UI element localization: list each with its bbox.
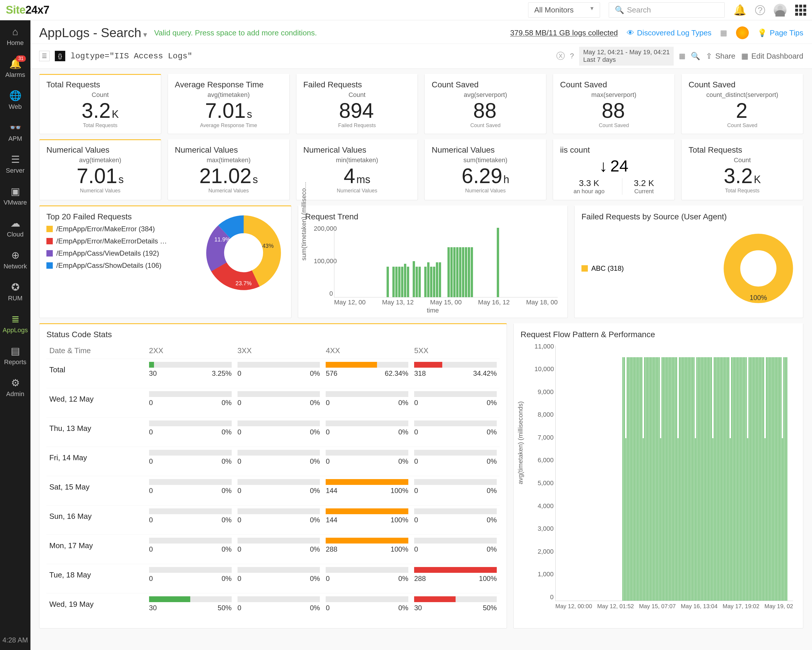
grid-icon[interactable]: ▦	[720, 28, 727, 37]
apps-icon[interactable]	[795, 5, 806, 16]
panel-title: Request Flow Pattern & Performance	[520, 330, 796, 339]
sidebar-item-apm[interactable]: 👓APM	[0, 116, 31, 148]
metric-card[interactable]: Total Requests Count 3.2K Total Requests	[681, 139, 803, 200]
sidebar-item-admin[interactable]: ⚙Admin	[0, 371, 31, 403]
querybar: ☰ {} logtype="IIS Access Logs" ⓧ ? May 1…	[31, 44, 812, 69]
sidebar-item-network[interactable]: ⊕Network	[0, 243, 31, 275]
panel-title: Failed Requests by Source (User Agent)	[582, 212, 796, 222]
bulb-icon: 💡	[757, 28, 767, 37]
legend-swatch	[582, 265, 588, 272]
sidebar-item-vmware[interactable]: ▣VMware	[0, 180, 31, 211]
monitors-dropdown[interactable]: All Monitors	[528, 2, 600, 18]
clear-icon[interactable]: ⓧ	[556, 50, 565, 62]
panel-title: Status Code Stats	[46, 330, 500, 339]
badge: 31	[16, 55, 26, 62]
rum-icon: ✪	[11, 281, 20, 293]
storage-info[interactable]: 379.58 MB/11 GB logs collected	[510, 28, 618, 37]
reports-icon: ▤	[11, 345, 20, 356]
failed-requests-panel: Top 20 Failed Requests /EmpApp/Error/Mak…	[39, 205, 292, 318]
table-row: Thu, 13 May00%00%00%00%	[46, 417, 500, 447]
cards-row-2: Numerical Values avg(timetaken) 7.01s Nu…	[31, 134, 812, 200]
legend: /EmpApp/Error/MakeError (384)/EmpApp/Err…	[46, 225, 197, 269]
table-row: Fri, 14 May00%00%00%00%	[46, 447, 500, 476]
legend-item[interactable]: /EmpApp/Cass/ShowDetails (106)	[46, 262, 197, 269]
search-input[interactable]: 🔍 Search	[609, 2, 725, 18]
bell-icon[interactable]: 🔔	[733, 4, 746, 16]
source-panel: Failed Requests by Source (User Agent) A…	[574, 205, 803, 318]
sidebar-item-alarms[interactable]: 🔔Alarms31	[0, 52, 31, 84]
home-icon: ⌂	[12, 26, 18, 37]
eye-icon: 👁	[627, 28, 634, 37]
metric-card[interactable]: iis count ↓ 24 3.3 Kan hour ago3.2 KCurr…	[553, 139, 675, 200]
metric-card[interactable]: Numerical Values sum(timetaken) 6.29h Nu…	[424, 139, 546, 200]
arrow-down-icon: ↓	[600, 156, 607, 175]
panel-title: Top 20 Failed Requests	[46, 212, 197, 222]
page-tips[interactable]: 💡Page Tips	[757, 28, 803, 37]
search-icon[interactable]: 🔍	[691, 52, 700, 61]
clock: 4:28 AM	[0, 630, 31, 650]
calendar-icon[interactable]: ▦	[679, 52, 685, 60]
help-icon[interactable]: ?	[755, 5, 765, 15]
applogs-icon: ≣	[11, 313, 20, 325]
share-button[interactable]: ⇪Share	[706, 52, 735, 61]
legend-item[interactable]: /EmpApp/Error/MakeError (384)	[46, 225, 197, 233]
legend-item: ABC (318)	[582, 265, 624, 272]
sidebar-item-rum[interactable]: ✪RUM	[0, 275, 31, 307]
date-range[interactable]: May 12, 04:21 - May 19, 04:21 Last 7 day…	[579, 47, 674, 66]
admin-icon: ⚙	[11, 377, 20, 388]
metric-card[interactable]: Count Saved count_distinct(serverport) 2…	[681, 74, 803, 134]
list-view-icon[interactable]: ☰	[39, 51, 50, 61]
metric-card[interactable]: Average Response Time avg(timetaken) 7.0…	[168, 74, 290, 134]
metric-card[interactable]: Failed Requests Count 894 Failed Request…	[296, 74, 418, 134]
y-axis-label: sum(timetaken) (milliseco…	[300, 182, 308, 260]
sidebar-item-reports[interactable]: ▤Reports	[0, 339, 31, 371]
metric-card[interactable]: Count Saved avg(serverport) 88 Count Sav…	[424, 74, 546, 134]
help-small-icon[interactable]: ?	[570, 52, 574, 60]
query-text[interactable]: logtype="IIS Access Logs"	[70, 52, 551, 61]
sidebar-item-applogs[interactable]: ≣AppLogs	[0, 307, 31, 339]
y-axis-label: avg(timetaken) (milliseconds)	[517, 401, 524, 484]
chart-area	[556, 346, 793, 601]
cloud-icon: ☁	[11, 217, 20, 229]
legend-item[interactable]: /EmpApp/Cass/ViewDetails (192)	[46, 249, 197, 257]
edit-dashboard-button[interactable]: ▦Edit Dashboard	[741, 52, 803, 61]
topbar: Site24x7 All Monitors 🔍 Search 🔔 ?	[0, 0, 812, 20]
search-placeholder: Search	[627, 6, 651, 15]
sidebar-item-web[interactable]: 🌐Web	[0, 84, 31, 116]
table-row: Mon, 17 May00%00%288100%00%	[46, 535, 500, 564]
svg-text:11.9%: 11.9%	[214, 236, 230, 243]
sidebar-item-cloud[interactable]: ☁Cloud	[0, 211, 31, 243]
request-trend-panel: Request Trend sum(timetaken) (milliseco……	[298, 205, 568, 318]
sidebar-item-home[interactable]: ⌂Home	[0, 20, 31, 52]
server-icon: ☰	[11, 153, 20, 165]
svg-text:23.7%: 23.7%	[235, 280, 252, 286]
table-row: Total303.25%00%57662.34%31834.42%	[46, 359, 500, 388]
metric-card[interactable]: Numerical Values avg(timetaken) 7.01s Nu…	[39, 139, 161, 200]
y-ticks: 200,000100,0000	[314, 225, 333, 297]
avatar[interactable]	[774, 4, 786, 17]
x-axis-label: time	[427, 307, 439, 314]
metric-card[interactable]: Count Saved max(serverport) 88 Count Sav…	[553, 74, 675, 134]
legend-label: ABC (318)	[591, 265, 624, 272]
metric-card[interactable]: Numerical Values min(timetaken) 4ms Nume…	[296, 139, 418, 200]
network-icon: ⊕	[11, 249, 20, 261]
page-title[interactable]: AppLogs - Search	[39, 26, 147, 40]
donut-chart: 43% 23.7% 11.9%	[203, 212, 284, 294]
share-icon: ⇪	[706, 52, 712, 61]
vmware-icon: ▣	[11, 185, 20, 197]
legend-swatch	[46, 250, 53, 257]
metric-card[interactable]: Total Requests Count 3.2K Total Requests	[39, 74, 161, 134]
sidebar-item-server[interactable]: ☰Server	[0, 148, 31, 180]
logo[interactable]: Site24x7	[6, 4, 49, 16]
discovered-log-types[interactable]: 👁Discovered Log Types	[627, 28, 712, 37]
metric-card[interactable]: Numerical Values max(timetaken) 21.02s N…	[168, 139, 290, 200]
legend-swatch	[46, 226, 53, 232]
x-ticks: May 12, 00:00May 12, 01:52May 15, 07:07M…	[556, 603, 793, 610]
legend-item[interactable]: /EmpApp/Error/MakeErrorDetails …	[46, 237, 197, 245]
glow-icon[interactable]	[736, 26, 749, 39]
svg-point-7	[732, 242, 785, 295]
table-row: Tue, 18 May00%00%00%288100%	[46, 564, 500, 593]
code-view-icon[interactable]: {}	[55, 51, 65, 61]
flow-panel: Request Flow Pattern & Performance avg(t…	[513, 323, 803, 629]
table-row: Wed, 19 May3050%00%00%3050%	[46, 593, 500, 622]
